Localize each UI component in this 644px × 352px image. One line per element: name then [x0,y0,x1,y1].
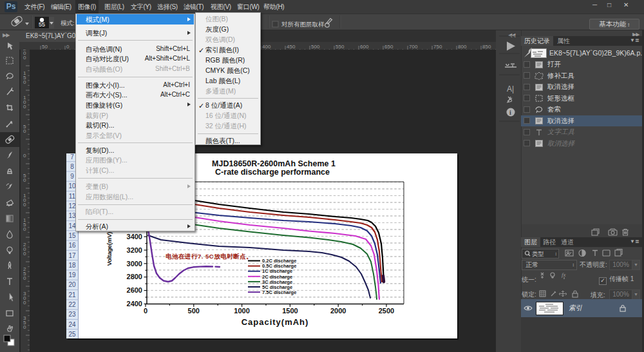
svg-text:16: 16 [68,242,76,249]
svg-text:650: 650 [384,44,393,50]
svg-text:A|: A| [507,84,514,93]
svg-text:Voltage(mV): Voltage(mV) [106,232,113,266]
svg-text:450: 450 [287,44,296,50]
svg-text:11: 11 [69,193,76,200]
svg-text:电池在进行7. 5C放电时断点。: 电池在进行7. 5C放电时断点。 [166,253,252,260]
svg-text:25: 25 [68,331,76,338]
svg-text:850: 850 [482,44,491,50]
svg-text:55: 55 [39,21,45,28]
svg-text:0: 0 [23,251,26,257]
svg-text:8: 8 [70,163,74,170]
svg-text:1000: 1000 [234,307,249,315]
svg-text:7.5C discharge: 7.5C discharge [262,289,296,295]
svg-text:i: i [509,109,511,116]
svg-text:15: 15 [68,232,76,239]
svg-text:7: 7 [70,153,74,161]
svg-text:MJD18650R-2600mAh Scheme 1: MJD18650R-2600mAh Scheme 1 [212,159,336,168]
svg-text:C-rate discharge performance: C-rate discharge performance [215,168,330,177]
svg-text:2500: 2500 [379,307,394,315]
svg-text:500: 500 [188,307,200,315]
svg-text:3200: 3200 [127,246,142,254]
svg-text:0: 0 [23,300,26,306]
svg-text:Capacity(mAh): Capacity(mAh) [242,317,309,327]
svg-text:23: 23 [68,311,76,318]
svg-text:3000: 3000 [127,260,142,268]
svg-text:400: 400 [262,44,271,50]
svg-text:0: 0 [23,275,26,281]
svg-text:21: 21 [68,291,76,298]
svg-text:0: 0 [23,177,26,183]
svg-text:3400: 3400 [127,233,142,240]
svg-text:0: 0 [23,153,26,159]
svg-text:20: 20 [68,281,76,288]
svg-text:500: 500 [311,44,320,50]
svg-text:700: 700 [409,44,418,50]
svg-text:750: 750 [433,44,442,50]
svg-text:17: 17 [68,252,76,259]
svg-text:9: 9 [70,173,74,180]
svg-text:2400: 2400 [127,300,142,308]
svg-text:0: 0 [23,55,26,61]
svg-text:0: 0 [23,202,26,208]
svg-text:2800: 2800 [127,273,142,280]
svg-text:对所有图层取样: 对所有图层取样 [281,21,325,28]
svg-text:0: 0 [144,307,147,315]
svg-text:50: 50 [42,44,48,50]
svg-text:800: 800 [458,44,467,50]
svg-text:0: 0 [23,104,26,110]
svg-text:0: 0 [23,324,26,330]
svg-text:18: 18 [68,262,76,269]
svg-text:0: 0 [23,128,26,134]
svg-text:2600: 2600 [127,286,142,294]
svg-text:0: 0 [23,226,26,232]
svg-text:550: 550 [336,44,345,50]
svg-text:24: 24 [68,321,76,328]
svg-text:0: 0 [23,79,26,85]
svg-text:0: 0 [66,44,70,50]
svg-text:模式:: 模式: [61,19,75,26]
svg-text:1500: 1500 [282,307,298,315]
svg-text:600: 600 [360,44,369,50]
svg-text:19: 19 [68,271,76,279]
svg-text:fx: fx [562,271,566,278]
svg-text:22: 22 [68,301,76,308]
svg-text:2000: 2000 [330,307,346,315]
